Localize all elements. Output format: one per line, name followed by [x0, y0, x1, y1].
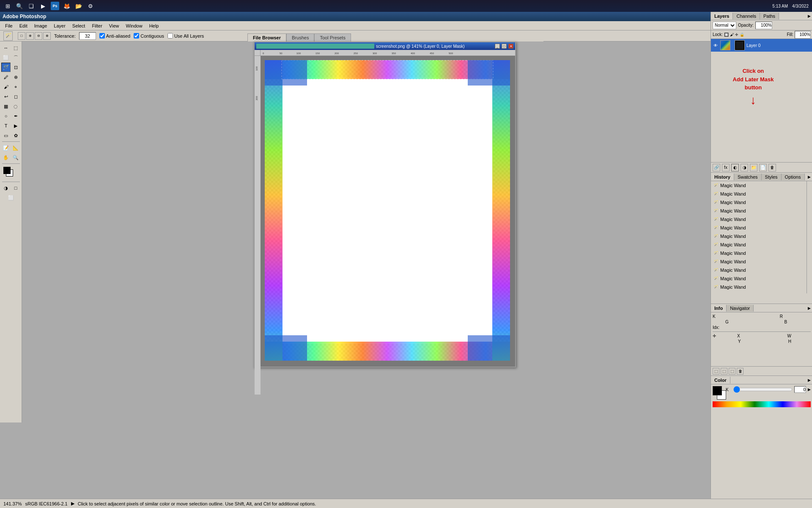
ps-icon[interactable]: Ps [51, 2, 59, 10]
tab-file-browser[interactable]: File Browser [247, 33, 286, 41]
delete-layer-button[interactable]: 🗑 [768, 164, 776, 171]
expand-btn[interactable]: ▶ [808, 387, 811, 392]
zoom-tool[interactable]: 🔍 [11, 153, 20, 162]
layer-eye-icon[interactable]: 👁 [713, 42, 719, 48]
history-item-2[interactable]: 🪄Magic Wand [711, 198, 812, 207]
magic-wand-tool[interactable]: 🪄 [1, 63, 11, 72]
shape-tool[interactable]: ▭ [1, 131, 11, 140]
gradient-tool[interactable]: ▦ [1, 102, 11, 111]
lock-transparent-icon[interactable]: 🔲 [724, 33, 729, 37]
menu-filter[interactable]: Filter [88, 22, 105, 29]
history-item-1[interactable]: 🪄Magic Wand [711, 190, 812, 198]
stamp-tool[interactable]: ⌖ [11, 82, 20, 91]
info-footer-btn4[interactable]: 🗑 [737, 368, 743, 375]
k-slider[interactable] [733, 388, 793, 391]
canvas-area[interactable] [261, 56, 515, 367]
brush-tool[interactable]: 🖌 [1, 82, 11, 91]
layers-panel-expand[interactable]: ▶ [808, 14, 811, 18]
selection-mode-add[interactable]: ⊕ [26, 32, 34, 40]
marquee-tool[interactable]: ⬜ [1, 53, 11, 62]
menu-view[interactable]: View [106, 22, 123, 29]
opacity-input[interactable] [755, 22, 772, 29]
history-item-10[interactable]: 🪄Magic Wand [711, 266, 812, 274]
selection-mode-new[interactable]: □ [18, 32, 25, 40]
tab-info[interactable]: Info [711, 305, 727, 312]
info-footer-btn3[interactable]: ⬚ [729, 368, 735, 375]
menu-select[interactable]: Select [69, 22, 89, 29]
menu-file[interactable]: File [2, 22, 16, 29]
menu-layer[interactable]: Layer [50, 22, 69, 29]
info-footer-btn1[interactable]: ⬚ [713, 368, 719, 375]
measure-tool[interactable]: 📐 [11, 143, 20, 152]
lock-position-icon[interactable]: ✛ [735, 33, 738, 37]
history-item-8[interactable]: 🪄Magic Wand [711, 249, 812, 257]
screen-mode-tool[interactable]: ⬜ [6, 193, 16, 202]
pen-tool[interactable]: ✒ [11, 111, 20, 121]
history-item-5[interactable]: 🪄Magic Wand [711, 224, 812, 232]
selection-mode-sub[interactable]: ⊖ [35, 32, 42, 40]
layer-row-0[interactable]: 👁 Layer 0 [711, 39, 812, 52]
crop-tool[interactable]: ⊡ [11, 63, 20, 72]
quick-mask-tool[interactable]: ◑ [1, 183, 11, 193]
tab-navigator[interactable]: Navigator [727, 305, 754, 312]
notes-tool[interactable]: 📝 [1, 143, 11, 152]
history-item-12[interactable]: 🪄Magic Wand [711, 283, 812, 291]
history-item-7[interactable]: 🪄Magic Wand [711, 240, 812, 249]
tolerance-input[interactable] [79, 32, 96, 40]
link-layers-button[interactable]: 🔗 [713, 164, 720, 171]
dodge-tool[interactable]: ○ [1, 111, 11, 121]
history-item-0[interactable]: 🪄Magic Wand [711, 181, 812, 190]
magic-wand-tool-icon[interactable]: 🪄 [3, 31, 13, 41]
history-item-11[interactable]: 🪄Magic Wand [711, 274, 812, 283]
menu-window[interactable]: Window [123, 22, 146, 29]
menu-help[interactable]: Help [146, 22, 162, 29]
anti-aliased-checkbox[interactable] [99, 33, 105, 39]
color-foreground-swatch[interactable] [713, 386, 722, 395]
start-button[interactable]: ⊞ [3, 2, 12, 10]
history-brush-tool[interactable]: ↩ [1, 92, 11, 101]
contiguous-checkbox[interactable] [134, 33, 139, 39]
use-all-layers-checkbox[interactable] [167, 33, 173, 39]
path-selection-tool[interactable]: ▶ [11, 121, 20, 130]
color-spectrum-bar[interactable] [713, 401, 811, 407]
fill-input[interactable] [795, 31, 811, 39]
info-footer-btn2[interactable]: ⬚ [721, 368, 727, 375]
lock-all-icon[interactable]: 🔒 [740, 33, 744, 37]
firefox-icon[interactable]: 🦊 [63, 2, 71, 10]
tab-options[interactable]: Options [782, 174, 805, 180]
adjustment-layer-button[interactable]: ◑ [741, 164, 748, 171]
history-item-6[interactable]: 🪄Magic Wand [711, 232, 812, 240]
new-layer-button[interactable]: 📄 [759, 164, 767, 171]
search-button[interactable]: 🔍 [15, 2, 24, 10]
tab-history[interactable]: History [711, 174, 734, 180]
text-tool[interactable]: T [1, 121, 11, 130]
canvas-minimize-button[interactable]: _ [495, 44, 500, 49]
tab-channels[interactable]: Channels [733, 13, 760, 19]
new-group-button[interactable]: 📁 [750, 164, 757, 171]
k-value-input[interactable] [794, 386, 806, 393]
blend-mode-select[interactable]: Normal Multiply Screen [713, 22, 736, 29]
lock-brush-icon[interactable]: 🖌 [730, 33, 734, 37]
eraser-tool[interactable]: ◻ [11, 92, 20, 101]
tab-color[interactable]: Color [711, 377, 730, 384]
tab-styles[interactable]: Styles [762, 174, 782, 180]
history-item-9[interactable]: 🪄Magic Wand [711, 257, 812, 266]
task-view-button[interactable]: ❑ [27, 2, 36, 10]
hand-tool[interactable]: ✋ [1, 153, 11, 162]
history-panel-expand[interactable]: ▶ [808, 175, 811, 179]
settings-icon[interactable]: ⚙ [86, 2, 95, 10]
blur-tool[interactable]: ◌ [11, 102, 20, 111]
canvas-close-button[interactable]: ✕ [508, 44, 513, 49]
info-panel-expand[interactable]: ▶ [808, 306, 811, 310]
tab-layers[interactable]: Layers [711, 13, 733, 19]
artboard-tool[interactable]: ⬚ [11, 43, 20, 52]
healing-tool[interactable]: ⊕ [11, 72, 20, 82]
history-item-4[interactable]: 🪄Magic Wand [711, 215, 812, 224]
standard-mode-tool[interactable]: □ [11, 183, 20, 193]
custom-shape-tool[interactable]: ✿ [11, 131, 20, 140]
layer-style-button[interactable]: fx [722, 164, 730, 171]
history-scrollbar[interactable] [807, 181, 812, 293]
eyedropper-tool[interactable]: 🖉 [1, 72, 11, 82]
explorer-icon[interactable]: 📂 [74, 2, 83, 10]
tab-tool-presets[interactable]: Tool Presets [314, 33, 351, 41]
